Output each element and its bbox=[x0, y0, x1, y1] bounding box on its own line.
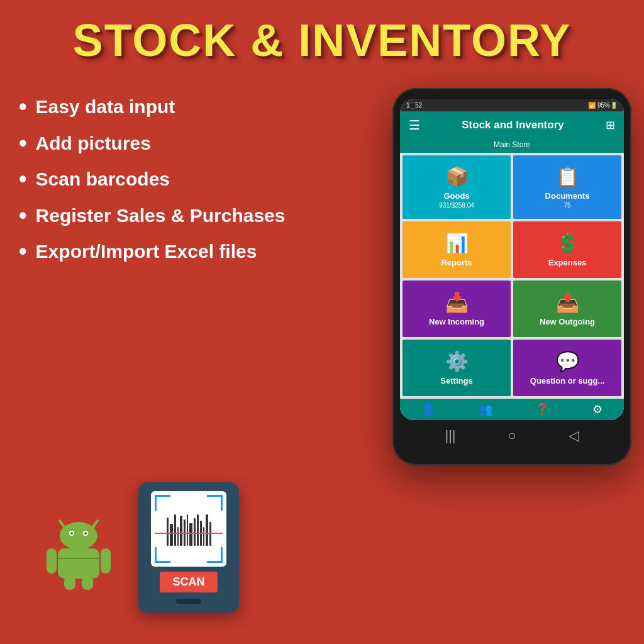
new-incoming-label: New Incoming bbox=[429, 317, 484, 326]
phone-back-button[interactable]: ||| bbox=[445, 428, 455, 444]
svg-rect-9 bbox=[101, 548, 111, 574]
phone-recent-button[interactable]: ◁ bbox=[569, 428, 579, 444]
bottom-nav-icon-1[interactable]: 👥 bbox=[479, 402, 492, 416]
bullet-point: • bbox=[19, 131, 27, 156]
store-name: Main Store bbox=[400, 139, 624, 153]
bullet-point: • bbox=[19, 94, 27, 119]
scan-corners-tr-bl bbox=[151, 491, 226, 567]
app-grid: 📦 Goods 931/$258.04 📋 Documents 75 📊 Rep… bbox=[400, 153, 624, 399]
expenses-icon: 💲 bbox=[556, 232, 579, 254]
bottom-nav: 👤👥❓⚙ bbox=[400, 399, 624, 420]
bottom-nav-icon-0[interactable]: 👤 bbox=[421, 402, 435, 416]
documents-label: Documents bbox=[545, 191, 590, 201]
hamburger-icon[interactable]: ☰ bbox=[409, 118, 420, 133]
status-battery: 📶 95%🔋 bbox=[588, 102, 618, 109]
status-bar: 10:52 📶 95%🔋 bbox=[400, 99, 624, 111]
feature-text: Register Sales & Purchases bbox=[36, 203, 286, 228]
new-outgoing-icon: 📤 bbox=[556, 291, 579, 313]
phone-nav-buttons: ||| ○ ◁ bbox=[400, 420, 624, 447]
svg-rect-7 bbox=[58, 548, 99, 579]
scanner-device: SCAN bbox=[138, 482, 239, 613]
svg-point-2 bbox=[60, 522, 97, 550]
feature-item: •Register Sales & Purchases bbox=[19, 203, 352, 228]
settings-label: Settings bbox=[440, 376, 472, 386]
features-section: •Easy data input•Add pictures•Scan barco… bbox=[19, 94, 352, 275]
feature-list: •Easy data input•Add pictures•Scan barco… bbox=[19, 94, 352, 264]
bullet-point: • bbox=[19, 203, 27, 228]
header-menu-icon[interactable]: ⊞ bbox=[606, 118, 615, 132]
grid-cell-expenses[interactable]: 💲 Expenses bbox=[513, 221, 621, 278]
question-icon: 💬 bbox=[556, 350, 579, 372]
grid-cell-new-outgoing[interactable]: 📤 New Outgoing bbox=[513, 280, 621, 337]
grid-cell-question[interactable]: 💬 Question or sugg... bbox=[513, 340, 621, 396]
feature-item: •Easy data input bbox=[19, 94, 352, 119]
scan-laser bbox=[155, 533, 223, 534]
grid-cell-documents[interactable]: 📋 Documents 75 bbox=[513, 155, 621, 219]
feature-item: •Export/Import Excel files bbox=[19, 239, 352, 264]
new-outgoing-label: New Outgoing bbox=[540, 317, 595, 326]
reports-icon: 📊 bbox=[445, 232, 469, 254]
phone-body: 10:52 📶 95%🔋 ☰ Stock and Inventory ⊞ Mai… bbox=[392, 88, 631, 465]
bullet-point: • bbox=[19, 167, 27, 192]
feature-text: Add pictures bbox=[36, 131, 151, 155]
phone-home-button[interactable]: ○ bbox=[508, 428, 516, 444]
page-title: STOCK & INVENTORY bbox=[0, 0, 644, 69]
feature-text: Export/Import Excel files bbox=[36, 239, 257, 264]
bullet-point: • bbox=[19, 239, 27, 264]
feature-item: •Add pictures bbox=[19, 131, 352, 156]
bottom-nav-icon-3[interactable]: ⚙ bbox=[592, 402, 602, 416]
documents-subtext: 75 bbox=[564, 202, 570, 209]
expenses-label: Expenses bbox=[548, 258, 587, 267]
settings-icon: ⚙️ bbox=[445, 350, 469, 372]
scanner-screen bbox=[151, 491, 226, 567]
scan-label: SCAN bbox=[160, 572, 217, 592]
feature-text: Easy data input bbox=[36, 94, 175, 119]
svg-rect-11 bbox=[82, 576, 93, 590]
phone-screen: 10:52 📶 95%🔋 ☰ Stock and Inventory ⊞ Mai… bbox=[400, 99, 624, 420]
svg-point-6 bbox=[84, 532, 87, 535]
phone-mockup: 10:52 📶 95%🔋 ☰ Stock and Inventory ⊞ Mai… bbox=[392, 88, 631, 465]
documents-icon: 📋 bbox=[556, 165, 579, 187]
question-label: Question or sugg... bbox=[530, 376, 604, 386]
bottom-nav-icon-2[interactable]: ❓ bbox=[535, 402, 549, 416]
feature-text: Scan barcodes bbox=[36, 167, 170, 191]
feature-item: •Scan barcodes bbox=[19, 167, 352, 192]
grid-cell-goods[interactable]: 📦 Goods 931/$258.04 bbox=[402, 155, 511, 219]
grid-cell-reports[interactable]: 📊 Reports bbox=[402, 221, 511, 278]
reports-label: Reports bbox=[441, 258, 472, 267]
grid-cell-settings[interactable]: ⚙️ Settings bbox=[402, 340, 511, 396]
svg-rect-10 bbox=[64, 576, 75, 590]
grid-cell-new-incoming[interactable]: 📥 New Incoming bbox=[402, 280, 511, 337]
goods-label: Goods bbox=[443, 191, 469, 201]
svg-point-5 bbox=[70, 532, 73, 535]
goods-subtext: 931/$258.04 bbox=[439, 202, 474, 209]
new-incoming-icon: 📥 bbox=[445, 291, 469, 313]
goods-icon: 📦 bbox=[445, 165, 469, 187]
svg-rect-8 bbox=[47, 548, 57, 574]
app-header-title: Stock and Inventory bbox=[462, 119, 564, 131]
android-svg bbox=[38, 509, 119, 591]
scanner-device-wrapper: SCAN bbox=[138, 482, 239, 613]
android-mascot bbox=[38, 509, 119, 594]
scanner-home-button bbox=[176, 599, 201, 604]
phone-camera bbox=[409, 102, 416, 109]
app-header: ☰ Stock and Inventory ⊞ bbox=[400, 111, 624, 139]
